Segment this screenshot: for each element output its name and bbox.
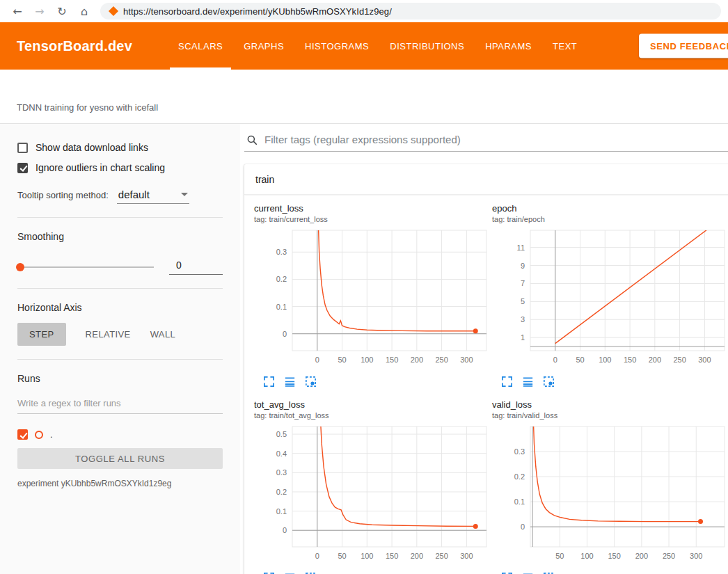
ignore-outliers-row[interactable]: Ignore outliers in chart scaling (17, 162, 223, 173)
svg-text:250: 250 (663, 552, 675, 560)
svg-text:100: 100 (361, 356, 373, 364)
tag-filter-input[interactable] (264, 132, 728, 147)
tooltip-sorting-dropdown[interactable]: default (117, 189, 189, 204)
svg-text:5: 5 (521, 297, 525, 305)
train-section-header[interactable]: train (244, 164, 728, 195)
log-scale-icon[interactable] (521, 375, 535, 388)
checkbox-checked-icon[interactable] (17, 163, 28, 173)
address-bar[interactable]: https://tensorboard.dev/experiment/yKUbh… (100, 3, 721, 19)
expand-icon[interactable] (500, 375, 514, 388)
svg-text:100: 100 (580, 552, 593, 560)
smoothing-label: Smoothing (17, 231, 223, 242)
tab-scalars[interactable]: SCALARS (170, 22, 231, 70)
fit-domain-icon[interactable] (304, 571, 317, 574)
fit-domain-icon[interactable] (542, 375, 555, 388)
svg-text:0.1: 0.1 (276, 303, 287, 311)
chart-tag: tag: train/epoch (492, 214, 728, 225)
chart-title: current_loss (254, 203, 492, 214)
runs-filter-input[interactable] (17, 398, 223, 414)
chart-card-tot-avg-loss: tot_avg_loss tag: train/tot_avg_loss 050… (254, 399, 492, 574)
svg-text:150: 150 (386, 552, 398, 560)
tooltip-sorting-value: default (118, 189, 150, 200)
scalar-line-chart[interactable]: 5010015020025030000.10.20.3 (492, 424, 727, 568)
axis-relative-button[interactable]: RELATIVE (86, 323, 131, 346)
svg-text:250: 250 (673, 356, 686, 364)
svg-text:0: 0 (315, 552, 319, 560)
expand-icon[interactable] (262, 375, 276, 388)
divider (17, 359, 223, 360)
svg-text:250: 250 (435, 552, 448, 560)
show-download-links-row[interactable]: Show data download links (17, 142, 223, 153)
runs-label: Runs (17, 373, 223, 384)
log-scale-icon[interactable] (283, 375, 296, 388)
url-text: https://tensorboard.dev/experiment/yKUbh… (123, 6, 392, 17)
browser-toolbar: ← → ↻ ⌂ https://tensorboard.dev/experime… (0, 0, 728, 22)
tooltip-sorting-row: Tooltip sorting method: default (17, 189, 223, 204)
horizontal-axis-label: Horizontal Axis (17, 302, 223, 313)
svg-text:300: 300 (460, 552, 473, 560)
svg-text:9: 9 (521, 262, 525, 270)
fit-domain-icon[interactable] (304, 375, 317, 388)
log-scale-icon[interactable] (283, 571, 296, 574)
tab-histograms[interactable]: HISTOGRAMS (296, 22, 377, 70)
scalar-line-chart[interactable]: 05010015020025030000.10.20.30.40.5 (254, 424, 489, 568)
checkbox-unchecked-icon[interactable] (17, 143, 28, 153)
svg-text:200: 200 (411, 552, 423, 560)
back-icon[interactable]: ← (7, 5, 28, 18)
experiment-caption: experiment yKUbhb5wRmOSXYkId1z9eg (17, 479, 223, 488)
chart-card-valid-loss: valid_loss tag: train/valid_loss 5010015… (492, 399, 728, 574)
header-nav: SCALARS GRAPHS HISTOGRAMS DISTRIBUTIONS … (170, 22, 585, 70)
svg-text:0.1: 0.1 (514, 497, 525, 506)
axis-wall-button[interactable]: WALL (150, 323, 176, 346)
tab-graphs[interactable]: GRAPHS (235, 22, 292, 70)
expand-icon[interactable] (500, 571, 514, 574)
chart-toolbar (492, 375, 728, 388)
chart-toolbar (254, 375, 492, 388)
run-color-swatch (35, 431, 43, 439)
home-icon[interactable]: ⌂ (74, 5, 95, 18)
tab-hparams[interactable]: HPARAMS (477, 22, 540, 70)
smoothing-slider-row: 0 (17, 260, 223, 275)
svg-text:50: 50 (555, 552, 564, 560)
chart-tag: tag: train/valid_loss (492, 410, 728, 421)
chart-card-epoch: epoch tag: train/epoch 05010015020025030… (492, 203, 728, 388)
train-section-card: train current_loss tag: train/current_lo… (244, 164, 728, 574)
svg-text:50: 50 (338, 552, 346, 560)
content-area: Show data download links Ignore outliers… (0, 124, 728, 574)
svg-text:0.3: 0.3 (276, 248, 287, 256)
svg-text:3: 3 (521, 315, 525, 324)
svg-text:300: 300 (690, 552, 702, 560)
refresh-icon[interactable]: ↻ (52, 5, 72, 18)
send-feedback-button[interactable]: SEND FEEDBACK (639, 34, 728, 58)
divider (17, 288, 223, 289)
svg-text:0.3: 0.3 (276, 468, 287, 477)
scalar-line-chart[interactable]: 05010015020025030000.10.20.3 (254, 228, 489, 372)
chart-title: epoch (492, 203, 728, 214)
chevron-down-icon (181, 193, 188, 196)
svg-text:250: 250 (435, 356, 448, 364)
svg-text:300: 300 (460, 356, 473, 364)
fit-domain-icon[interactable] (542, 571, 555, 574)
run-checkbox-icon[interactable] (17, 429, 28, 440)
expand-icon[interactable] (262, 571, 276, 574)
svg-text:0: 0 (283, 330, 287, 338)
svg-text:0: 0 (315, 356, 319, 364)
run-list-item[interactable]: . (17, 429, 223, 440)
svg-text:0.2: 0.2 (514, 472, 525, 481)
svg-text:150: 150 (624, 356, 636, 364)
slider-thumb[interactable] (16, 263, 24, 271)
svg-text:50: 50 (338, 356, 346, 364)
forward-icon[interactable]: → (29, 5, 50, 18)
tab-text[interactable]: TEXT (544, 22, 585, 70)
log-scale-icon[interactable] (521, 571, 535, 574)
tab-distributions[interactable]: DISTRIBUTIONS (381, 22, 473, 70)
scalar-line-chart[interactable]: 0501001502002503001357911 (492, 228, 727, 372)
svg-text:0.4: 0.4 (276, 449, 287, 458)
svg-text:150: 150 (386, 356, 398, 364)
tag-filter-row (244, 132, 728, 152)
toggle-all-runs-button[interactable]: TOGGLE ALL RUNS (17, 448, 223, 469)
smoothing-slider[interactable] (17, 266, 154, 268)
smoothing-value-input[interactable]: 0 (169, 260, 223, 275)
svg-text:100: 100 (599, 356, 611, 364)
axis-step-button[interactable]: STEP (17, 323, 66, 346)
